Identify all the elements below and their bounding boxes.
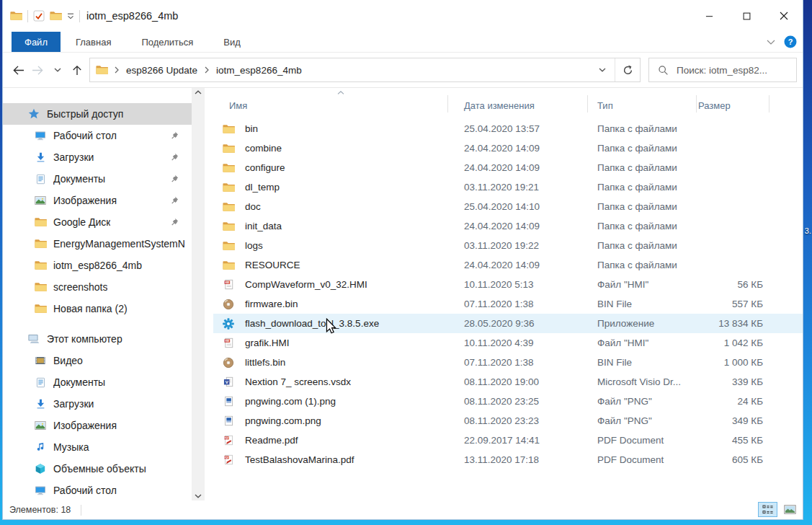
properties-check-icon[interactable]: [33, 10, 45, 22]
minimize-button[interactable]: [690, 0, 728, 32]
file-row-firmware.bin[interactable]: firmware.bin07.11.2020 1:38BIN File557 К…: [213, 294, 803, 314]
folder-icon: [33, 282, 48, 292]
new-folder-icon[interactable]: [50, 11, 62, 21]
tab-Поделиться[interactable]: Поделиться: [126, 32, 208, 52]
sidebar-item-label: Документы: [53, 173, 105, 185]
sidebar-item-Объемные объекты[interactable]: Объемные объекты: [3, 458, 192, 480]
thumbnails-view-button[interactable]: [780, 502, 800, 517]
back-button[interactable]: [9, 59, 28, 81]
customize-toolbar-dropdown-icon[interactable]: [67, 13, 74, 19]
file-size: [697, 138, 769, 158]
sidebar-scrollbar[interactable]: [192, 88, 205, 500]
scroll-up-icon[interactable]: [195, 90, 202, 94]
sidebar-item-Музыка[interactable]: Музыка: [3, 436, 192, 458]
maximize-button[interactable]: [728, 0, 765, 32]
file-date: 07.11.2020 1:38: [448, 353, 588, 372]
file-size: 1 042 КБ: [697, 333, 769, 353]
file-date: 28.05.2020 9:36: [448, 314, 588, 333]
file-name: firmware.bin: [245, 299, 298, 309]
file-type: Файл "HMI": [588, 275, 697, 294]
search-input[interactable]: [677, 65, 785, 76]
file-row-bin[interactable]: bin25.04.2020 13:57Папка с файлами: [213, 119, 803, 138]
file-row-Nextion 7_ screens.vsdx[interactable]: VNextion 7_ screens.vsdx08.11.2020 19:00…: [213, 372, 803, 392]
folder-file-icon: [222, 124, 235, 134]
file-row-dl_temp[interactable]: dl_temp03.11.2020 19:21Папка с файлами: [213, 177, 803, 197]
sort-ascending-icon: [337, 91, 344, 94]
recent-locations-button[interactable]: [48, 59, 67, 81]
sidebar-item-Документы[interactable]: Документы: [3, 168, 192, 190]
file-row-TestBalashovaMarina.pdf[interactable]: PDFTestBalashovaMarina.pdf13.11.2020 17:…: [213, 450, 803, 469]
search-box[interactable]: [648, 58, 797, 82]
toolbar-divider: [27, 10, 28, 22]
file-type: Приложение: [588, 314, 697, 333]
collapse-ribbon-chevron-icon[interactable]: [767, 40, 775, 45]
sidebar-item-Загрузки[interactable]: Загрузки: [3, 393, 192, 415]
sidebar-section-label: Быстрый доступ: [47, 108, 123, 120]
sidebar-item-Google Диск[interactable]: Google Диск: [3, 211, 192, 233]
details-view-button[interactable]: [758, 502, 777, 517]
file-size: 1 000 КБ: [697, 353, 769, 372]
sidebar-item-Изображения[interactable]: Изображения: [3, 190, 192, 211]
column-header-size[interactable]: Размер: [697, 91, 769, 115]
forward-button[interactable]: [28, 59, 48, 81]
file-row-RESOURCE[interactable]: RESOURCE24.04.2020 14:09Папка с файлами: [213, 255, 803, 275]
file-row-Readme.pdf[interactable]: PDFReadme.pdf22.09.2017 14:41PDF Documen…: [213, 431, 803, 450]
file-size: [697, 158, 769, 177]
file-size: [697, 255, 769, 275]
column-header-type[interactable]: Тип: [588, 91, 697, 115]
desktop-icon: [33, 485, 48, 496]
file-type: Файл "PNG": [588, 392, 697, 411]
breadcrumb-segment[interactable]: esp8266 Update: [125, 63, 198, 77]
sidebar-section-Этот компьютер[interactable]: Этот компьютер: [3, 328, 192, 350]
sidebar-item-Изображения[interactable]: Изображения: [3, 415, 192, 436]
desktop-background: 3. iotm_esp8266_4mb ФайлГлавнаяПоделитьс…: [0, 0, 812, 525]
sidebar-item-Рабочий стол[interactable]: Рабочий стол: [3, 125, 192, 146]
scroll-down-icon[interactable]: [195, 494, 202, 498]
close-button[interactable]: [765, 0, 803, 32]
sidebar-item-screenshots[interactable]: screenshots: [3, 276, 192, 298]
refresh-button[interactable]: [615, 58, 640, 81]
file-size: 56 КБ: [697, 275, 769, 294]
file-row-CompWaveform_v0_32.HMI[interactable]: HMICompWaveform_v0_32.HMI10.11.2020 5:13…: [213, 275, 803, 294]
pdf-file-icon: PDF: [222, 454, 235, 465]
file-size: 339 КБ: [697, 372, 769, 392]
file-row-configure[interactable]: configure24.04.2020 14:09Папка с файлами: [213, 158, 803, 177]
column-header-name[interactable]: Имя: [213, 91, 448, 115]
sidebar-item-label: Изображения: [53, 195, 117, 206]
file-row-combine[interactable]: combine24.04.2020 14:09Папка с файлами: [213, 138, 803, 158]
file-name: init_data: [245, 221, 282, 231]
sidebar-item-Документы[interactable]: Документы: [3, 371, 192, 393]
tab-Вид[interactable]: Вид: [208, 32, 256, 52]
column-header-date[interactable]: Дата изменения: [448, 91, 588, 115]
file-row-logs[interactable]: logs03.11.2020 19:22Папка с файлами: [213, 236, 803, 255]
file-row-init_data[interactable]: init_data24.04.2020 14:09Папка с файлами: [213, 216, 803, 236]
breadcrumb-segment[interactable]: iotm_esp8266_4mb: [215, 63, 303, 77]
file-row-littlefs.bin[interactable]: littlefs.bin07.11.2020 1:38BIN File1 000…: [213, 353, 803, 372]
file-size: [697, 119, 769, 138]
file-row-pngwing.com (1).png[interactable]: pngwing.com (1).png08.11.2020 23:25Файл …: [213, 392, 803, 411]
tab-Главная[interactable]: Главная: [61, 32, 126, 52]
sidebar-section-Быстрый доступ[interactable]: Быстрый доступ: [3, 103, 192, 125]
help-icon[interactable]: ?: [784, 35, 797, 48]
file-date: 08.11.2020 23:23: [448, 411, 588, 431]
file-name: TestBalashovaMarina.pdf: [245, 454, 354, 465]
file-date: 03.11.2020 19:22: [448, 236, 588, 255]
sidebar-item-EnergyManagementSystemN[interactable]: EnergyManagementSystemN: [3, 233, 192, 255]
address-dropdown-button[interactable]: [590, 58, 615, 81]
sidebar-item-Видео[interactable]: Видео: [3, 350, 192, 371]
file-row-pngwing.com.png[interactable]: pngwing.com.png08.11.2020 23:23Файл "PNG…: [213, 411, 803, 431]
address-bar[interactable]: esp8266 Updateiotm_esp8266_4mb: [89, 58, 641, 82]
tab-Файл[interactable]: Файл: [12, 32, 61, 52]
file-row-doc[interactable]: doc25.04.2020 14:10Папка с файлами: [213, 197, 803, 216]
file-type: BIN File: [588, 353, 697, 372]
sidebar-item-Новая папка (2)[interactable]: Новая папка (2): [3, 298, 192, 319]
file-row-flash_download_tool_3.8.5.exe[interactable]: flash_download_tool_3.8.5.exe28.05.2020 …: [213, 314, 803, 333]
sidebar-item-Загрузки[interactable]: Загрузки: [3, 146, 192, 168]
sidebar-item-iotm_esp8266_4mb[interactable]: iotm_esp8266_4mb: [3, 255, 192, 276]
file-row-grafik.HMI[interactable]: HMIgrafik.HMI10.11.2020 4:39Файл "HMI"1 …: [213, 333, 803, 353]
file-date: 10.11.2020 5:13: [448, 275, 588, 294]
up-button[interactable]: [67, 59, 86, 81]
sidebar-item-label: Рабочий стол: [53, 485, 117, 496]
sidebar-item-Рабочий стол[interactable]: Рабочий стол: [3, 480, 192, 500]
chevron-down-icon: [599, 68, 606, 72]
